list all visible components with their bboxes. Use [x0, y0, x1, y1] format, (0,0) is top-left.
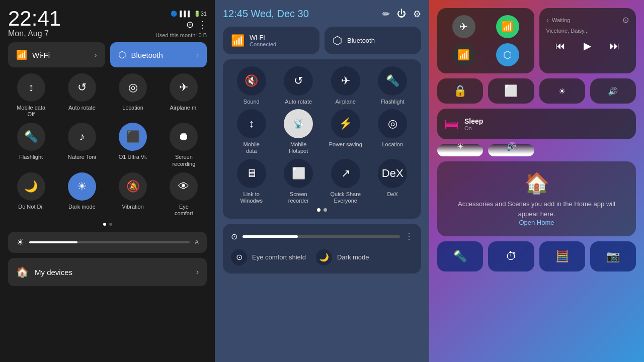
p3-flashlight-button[interactable]: 🔦 — [437, 241, 483, 272]
p2-bluetooth-button[interactable]: ⬡ Bluetooth — [325, 27, 421, 54]
p1-brightness-control[interactable]: ☀ A — [8, 232, 207, 253]
wifi-toggle[interactable]: 📶 Wi-Fi › — [8, 42, 105, 67]
hotspot-icon: 📡 — [284, 109, 313, 138]
tile-dark-mode[interactable]: ☀ Dark mode — [59, 172, 105, 217]
p3-tile-brightness-slider[interactable]: ☀ — [437, 144, 483, 156]
bluetooth-toggle[interactable]: ⬡ Bluetooth › — [110, 42, 207, 67]
quick-share-icon: ↗ — [331, 159, 360, 188]
screen-recorder-icon: ⬜ — [284, 159, 313, 188]
p3-tile-orientation-lock[interactable]: 🔒 — [437, 78, 483, 104]
screen-recording-label: Screenrecording — [172, 154, 195, 167]
p1-status-icons: 🔵 ▌▌▌ 🔋31 — [171, 11, 207, 17]
o1-ultra-label: O1 Ultra Vi. — [119, 154, 147, 160]
p2-brightness-more-icon[interactable]: ⋮ — [405, 232, 413, 241]
tile-location[interactable]: ◎ Location — [110, 73, 156, 118]
p3-tile-volume-slider[interactable]: 🔊 — [488, 144, 534, 156]
p2-tile-airplane[interactable]: ✈ Airplane — [324, 66, 367, 105]
p3-timer-button[interactable]: ⏱ — [488, 241, 534, 272]
open-home-link[interactable]: Open Home — [447, 219, 626, 226]
bluetooth-label: Bluetooth — [131, 51, 163, 59]
link-windows-label: Link toWinodws — [240, 191, 263, 204]
p3-calculator-button[interactable]: 🧮 — [539, 241, 585, 272]
p3-tile-volume-ctrl[interactable]: 🔊 — [590, 78, 636, 104]
auto-rotate-icon: ↺ — [284, 66, 313, 96]
p2-toggles-row: ⊙ Eye comfort shield 🌙 Dark mode — [231, 249, 413, 265]
p3-wifi-button[interactable]: 📶 — [452, 43, 475, 66]
p2-tile-flashlight[interactable]: 🔦 Flashlight — [371, 66, 415, 105]
p3-airplane-button[interactable]: ✈ — [452, 15, 475, 38]
sleep-icon: 🛏 — [444, 116, 458, 132]
p2-tile-auto-rotate[interactable]: ↺ Auto rotate — [277, 66, 320, 105]
tile-nature-toni[interactable]: ♪ Nature Toni — [59, 123, 105, 167]
p3-tile-brightness-ctrl[interactable]: ☀ — [539, 78, 585, 104]
flashlight-label: Flashlight — [19, 154, 43, 160]
tile-airplane[interactable]: ✈ Airplane m. — [161, 73, 207, 118]
bluetooth-icon: ⬡ — [118, 49, 126, 60]
p2-bluetooth-icon: ⬡ — [333, 34, 342, 47]
tile-auto-rotate[interactable]: ↺ Auto rotate — [59, 73, 105, 118]
tile-eye-comfort[interactable]: 👁 Eyecomfort — [161, 172, 207, 217]
edit-icon[interactable]: ✏ — [382, 9, 390, 20]
settings-icon[interactable]: ⚙ — [413, 9, 421, 20]
tile-o1-ultra[interactable]: ⬛ O1 Ultra Vi. — [110, 123, 156, 167]
p3-wifi-calling-button[interactable]: 📶 — [496, 15, 519, 38]
p2-tile-dex[interactable]: DeX DeX — [371, 159, 415, 204]
p2-eye-comfort-toggle[interactable]: ⊙ Eye comfort shield — [231, 249, 306, 265]
p2-brightness-bar[interactable] — [243, 235, 400, 238]
p2-tile-link-windows[interactable]: 🖥 Link toWinodws — [230, 159, 273, 204]
p2-wifi-info: Wi-Fi Connected — [250, 34, 276, 47]
orientation-lock-icon: 🔒 — [453, 84, 467, 98]
airplay-icon[interactable]: ⊙ — [622, 15, 629, 25]
p2-tile-screen-recorder[interactable]: ⬜ Screenrecorder — [277, 159, 320, 204]
p3-connectivity-grid: ✈ 📶 📶 ⬡ — [444, 15, 527, 66]
brightness-slider-icon: ☀ — [457, 142, 464, 151]
p3-connectivity-box: ✈ 📶 📶 ⬡ — [437, 8, 534, 73]
p3-music-box: ♪ Waiting ⊙ Vicetone, Daisy... ⏮ ▶ ⏭ — [539, 8, 636, 73]
p2-tiles-grid: 🔇 Sound ↺ Auto rotate ✈ Airplane 🔦 Flash… — [230, 66, 414, 204]
location-label: Location — [122, 105, 143, 111]
auto-rotate-icon: ↺ — [68, 73, 96, 102]
brightness-bar[interactable] — [29, 241, 190, 243]
screen-mirror-icon: ⬜ — [504, 84, 518, 98]
tile-do-not-disturb[interactable]: 🌙 Do Not Di. — [8, 172, 54, 217]
tile-vibration[interactable]: 🔕 Vibration — [110, 172, 156, 217]
dex-icon: DeX — [378, 159, 407, 188]
p2-tile-quick-share[interactable]: ↗ Quick ShareEveryone — [324, 159, 367, 204]
more-options-icon[interactable]: ⋮ — [198, 19, 207, 30]
tile-flashlight[interactable]: 🔦 Flashlight — [8, 123, 54, 167]
p2-tiles-box: 🔇 Sound ↺ Auto rotate ✈ Airplane 🔦 Flash… — [223, 59, 421, 219]
p3-bluetooth-button[interactable]: ⬡ — [496, 43, 519, 66]
my-devices-label: My devices — [35, 268, 72, 277]
p1-date: Mon, Aug 7 — [8, 29, 61, 38]
prev-track-button[interactable]: ⏮ — [555, 40, 566, 52]
tile-screen-recording[interactable]: ⏺ Screenrecording — [161, 123, 207, 167]
p2-connect-row: 📶 Wi-Fi Connected ⬡ Bluetooth — [223, 27, 421, 54]
next-track-button[interactable]: ⏭ — [610, 40, 620, 52]
p1-status-bar: 22:41 Mon, Aug 7 🔵 ▌▌▌ 🔋31 ⊙ ⋮ Used this… — [8, 8, 207, 40]
camera-icon: 📷 — [606, 250, 620, 263]
p2-tile-sound[interactable]: 🔇 Sound — [230, 66, 273, 105]
p2-wifi-button[interactable]: 📶 Wi-Fi Connected — [223, 27, 319, 54]
p3-bluetooth-item: ⬡ — [488, 43, 527, 66]
power-saving-icon: ⚡ — [331, 109, 360, 138]
volume-ctrl-icon: 🔊 — [608, 86, 618, 96]
p2-tile-hotspot[interactable]: 📡 MobileHotspot — [277, 109, 320, 154]
flashlight-icon: 🔦 — [17, 123, 45, 151]
o1-ultra-icon: ⬛ — [119, 123, 147, 151]
p3-tile-screen-mirror[interactable]: ⬜ — [488, 78, 534, 104]
tile-mobile-data[interactable]: ↕ Mobile dataOff — [8, 73, 54, 118]
signal-icon: ▌▌▌ — [180, 11, 191, 17]
wifi-arrow-icon: › — [95, 51, 97, 59]
p2-bluetooth-label: Bluetooth — [347, 37, 375, 44]
p2-tile-power-saving[interactable]: ⚡ Power saving — [324, 109, 367, 154]
p3-tile-sleep[interactable]: 🛏 Sleep On — [437, 109, 636, 139]
p2-tile-mobile-data[interactable]: ↕ Mobiledata — [230, 109, 273, 154]
screen-recorder-label: Screenrecorder — [288, 191, 309, 204]
p3-camera-button[interactable]: 📷 — [590, 241, 636, 272]
play-button[interactable]: ▶ — [584, 40, 591, 52]
p2-dark-mode-toggle[interactable]: 🌙 Dark mode — [316, 249, 369, 265]
my-devices-button[interactable]: 🏠 My devices › — [8, 258, 207, 286]
p2-tile-location[interactable]: ◎ Location — [371, 109, 415, 154]
power-icon[interactable]: ⏻ — [397, 9, 406, 20]
brightness-settings-icon[interactable]: ⊙ — [186, 19, 194, 30]
